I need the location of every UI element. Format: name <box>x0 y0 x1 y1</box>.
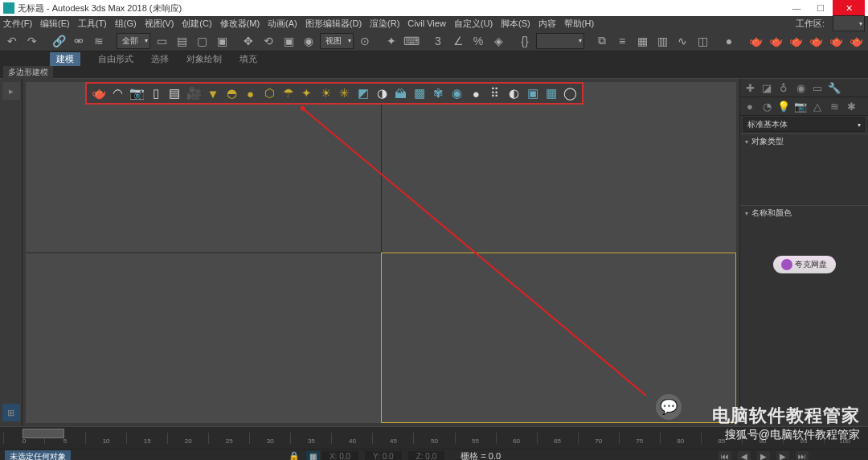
geometry-cat-icon[interactable]: ● <box>743 100 756 113</box>
scale-button[interactable]: ▣ <box>280 32 297 50</box>
menu-create[interactable]: 创建(C) <box>182 18 211 30</box>
vray-dots-icon[interactable]: ⠿ <box>488 86 502 101</box>
vray-fur-icon[interactable]: 🏔 <box>394 86 407 101</box>
snap-angle-button[interactable]: ∠ <box>449 32 467 50</box>
placement-button[interactable]: ◉ <box>300 32 317 50</box>
named-selset-button[interactable]: {} <box>516 32 534 50</box>
workspace-dropdown[interactable] <box>833 15 865 31</box>
vray-logo-icon[interactable]: ◯ <box>563 86 577 101</box>
layer-explorer-button[interactable]: ▦ <box>633 32 651 50</box>
manipulate-button[interactable]: ✦ <box>383 32 400 50</box>
prev-frame-button[interactable]: ◀ <box>738 451 751 461</box>
snap-percent-button[interactable]: % <box>469 32 487 50</box>
rotate-button[interactable]: ⟲ <box>260 32 277 50</box>
utilities-panel-icon[interactable]: 🔧 <box>828 81 841 94</box>
subtab-polymodel[interactable]: 多边形建模 <box>3 66 53 79</box>
vray-settings-icon[interactable]: ▦ <box>544 86 558 101</box>
tab-populate[interactable]: 填充 <box>240 53 257 65</box>
timeline[interactable]: 0 5 10 15 20 25 30 35 40 45 50 55 60 65 … <box>0 426 868 449</box>
vray-sparkle-icon[interactable]: ✳ <box>338 86 351 101</box>
vray-proxy-icon[interactable]: ◩ <box>356 86 370 101</box>
vray-env-icon[interactable]: ◐ <box>506 86 520 101</box>
vraylight-ies-icon[interactable]: ☂ <box>281 86 295 101</box>
tab-freeform[interactable]: 自由形式 <box>98 53 133 65</box>
rollout-name-color[interactable]: 名称和颜色 <box>740 206 868 220</box>
curve-editor-button[interactable]: ∿ <box>674 32 691 50</box>
menu-rendering[interactable]: 渲染(R) <box>370 18 399 30</box>
goto-start-button[interactable]: ⏮ <box>719 451 731 461</box>
time-slider[interactable] <box>23 429 64 438</box>
cameras-cat-icon[interactable]: 📷 <box>794 100 807 113</box>
tab-objectpaint[interactable]: 对象绘制 <box>186 53 222 65</box>
snap-3d-button[interactable]: 3 <box>429 32 447 50</box>
tab-selection[interactable]: 选择 <box>151 53 169 65</box>
named-selset-dropdown[interactable] <box>536 33 584 49</box>
bind-button[interactable]: ≋ <box>90 32 108 50</box>
render-activeshade-button[interactable]: 🫖 <box>827 32 845 50</box>
videocam-icon[interactable]: 🎥 <box>186 86 201 101</box>
book-icon[interactable]: ▯ <box>149 86 162 101</box>
vray-material-icon[interactable]: ● <box>469 86 483 101</box>
teapot-icon[interactable]: 🫖 <box>92 86 106 101</box>
menu-help[interactable]: 帮助(H) <box>564 18 594 30</box>
vray-clipper-icon[interactable]: ▩ <box>412 86 426 101</box>
spacewarps-cat-icon[interactable]: ≋ <box>828 100 841 113</box>
select-region-button[interactable]: ▢ <box>193 32 211 50</box>
rollout-object-type[interactable]: 对象类型 <box>740 134 868 149</box>
helpers-cat-icon[interactable]: △ <box>811 100 824 113</box>
vray-instancer-icon[interactable]: ◑ <box>375 86 389 101</box>
menu-grapheditors[interactable]: 图形编辑器(D) <box>305 18 362 30</box>
create-panel-icon[interactable]: ✚ <box>743 81 756 94</box>
viewport-area[interactable]: 🫖 ◠ 📷 ▯ ▤ 🎥 ▼ ◓ ● ⬡ ☂ ✦ ☀ ✳ ◩ ◑ 🏔 ▩ ✾ ◉ … <box>26 82 736 423</box>
lights-cat-icon[interactable]: 💡 <box>777 100 790 113</box>
window-minimize-button[interactable]: — <box>784 0 809 16</box>
vraylight-sphere-icon[interactable]: ● <box>244 86 257 101</box>
vray-sun-icon[interactable]: ☀ <box>319 86 333 101</box>
vray-floating-toolbar[interactable]: 🫖 ◠ 📷 ▯ ▤ 🎥 ▼ ◓ ● ⬡ ☂ ✦ ☀ ✳ ◩ ◑ 🏔 ▩ ✾ ◉ … <box>85 82 583 105</box>
undo-button[interactable]: ↶ <box>3 32 21 50</box>
vraylight-mesh-icon[interactable]: ⬡ <box>262 86 276 101</box>
modify-panel-icon[interactable]: ◪ <box>760 81 773 94</box>
camera-icon[interactable]: 📷 <box>129 86 144 101</box>
menu-group[interactable]: 组(G) <box>115 18 137 30</box>
render-setup-button[interactable]: 🫖 <box>747 32 764 50</box>
window-crossing-button[interactable]: ▣ <box>213 32 231 50</box>
play-button[interactable]: ▶ <box>757 451 770 461</box>
move-button[interactable]: ✥ <box>240 32 257 50</box>
vray-volgrid-icon[interactable]: ◉ <box>450 86 464 101</box>
vraylight-plane-icon[interactable]: ▼ <box>206 86 219 101</box>
unlink-button[interactable]: ⚮ <box>70 32 88 50</box>
select-object-button[interactable]: ▭ <box>153 32 170 50</box>
next-frame-button[interactable]: ▶ <box>776 451 789 461</box>
mirror-button[interactable]: ⧉ <box>593 32 611 50</box>
list-icon[interactable]: ▤ <box>168 86 182 101</box>
scene-explorer-toggle[interactable]: ▸ <box>2 82 20 100</box>
menu-content[interactable]: 内容 <box>538 18 556 30</box>
pivot-button[interactable]: ⊙ <box>356 32 374 50</box>
hierarchy-panel-icon[interactable]: ♁ <box>777 81 790 94</box>
selection-lock-icon[interactable]: 🔒 <box>289 451 300 460</box>
systems-cat-icon[interactable]: ✱ <box>845 100 858 113</box>
goto-end-button[interactable]: ⏭ <box>796 451 809 461</box>
vraylight-dome-icon[interactable]: ◓ <box>225 86 239 101</box>
spinner-snap-button[interactable]: ◈ <box>489 32 507 50</box>
align-button[interactable]: ≡ <box>613 32 631 50</box>
schematic-button[interactable]: ◫ <box>694 32 711 50</box>
redo-button[interactable]: ↷ <box>23 32 41 50</box>
menu-edit[interactable]: 编辑(E) <box>40 18 70 30</box>
render-iter-button[interactable]: 🫖 <box>807 32 825 50</box>
menu-tools[interactable]: 工具(T) <box>78 18 107 30</box>
dome-icon[interactable]: ◠ <box>111 86 125 101</box>
select-name-button[interactable]: ▤ <box>173 32 190 50</box>
vray-grass-icon[interactable]: ✾ <box>432 86 445 101</box>
menu-civilview[interactable]: Civil View <box>407 18 445 28</box>
vraylight-ambient-icon[interactable]: ✦ <box>300 86 313 101</box>
tab-modeling[interactable]: 建模 <box>50 52 80 66</box>
ref-coord-dropdown[interactable]: 视图 <box>320 33 354 49</box>
motion-panel-icon[interactable]: ◉ <box>794 81 807 94</box>
link-button[interactable]: 🔗 <box>50 32 68 50</box>
display-panel-icon[interactable]: ▭ <box>811 81 824 94</box>
vray-vfb-icon[interactable]: ▣ <box>526 86 539 101</box>
menu-customize[interactable]: 自定义(U) <box>454 18 493 30</box>
shapes-cat-icon[interactable]: ◔ <box>760 100 773 113</box>
